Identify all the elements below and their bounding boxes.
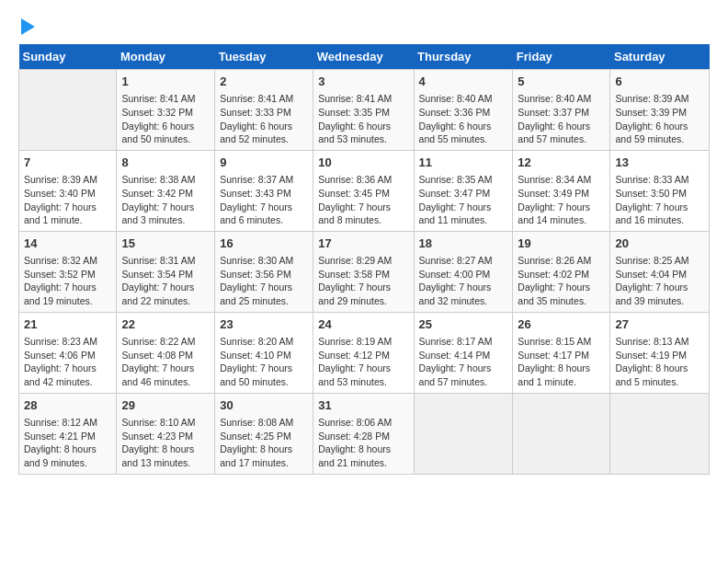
calendar-cell: 26Sunrise: 8:15 AM Sunset: 4:17 PM Dayli…: [513, 312, 610, 393]
weekday-header-row: SundayMondayTuesdayWednesdayThursdayFrid…: [19, 44, 710, 70]
calendar-cell: 2Sunrise: 8:41 AM Sunset: 3:33 PM Daylig…: [215, 70, 313, 151]
calendar-cell: 19Sunrise: 8:26 AM Sunset: 4:02 PM Dayli…: [513, 231, 610, 312]
weekday-header-monday: Monday: [117, 44, 215, 70]
day-info: Sunrise: 8:20 AM Sunset: 4:10 PM Dayligh…: [220, 335, 308, 389]
day-info: Sunrise: 8:35 AM Sunset: 3:47 PM Dayligh…: [419, 173, 508, 227]
day-number: 10: [318, 155, 408, 171]
calendar-cell: 16Sunrise: 8:30 AM Sunset: 3:56 PM Dayli…: [215, 231, 313, 312]
day-info: Sunrise: 8:40 AM Sunset: 3:37 PM Dayligh…: [518, 92, 605, 146]
calendar-cell: 22Sunrise: 8:22 AM Sunset: 4:08 PM Dayli…: [117, 312, 215, 393]
calendar-header: SundayMondayTuesdayWednesdayThursdayFrid…: [19, 44, 710, 70]
logo-arrow-icon: [21, 18, 35, 35]
day-number: 5: [518, 74, 605, 90]
calendar-cell: [19, 70, 117, 151]
day-number: 24: [318, 316, 408, 333]
day-number: 7: [24, 155, 111, 171]
day-info: Sunrise: 8:17 AM Sunset: 4:14 PM Dayligh…: [419, 335, 508, 389]
calendar-week-row: 14Sunrise: 8:32 AM Sunset: 3:52 PM Dayli…: [19, 231, 710, 312]
day-info: Sunrise: 8:10 AM Sunset: 4:23 PM Dayligh…: [121, 416, 210, 470]
day-info: Sunrise: 8:29 AM Sunset: 3:58 PM Dayligh…: [318, 254, 408, 308]
calendar-cell: 13Sunrise: 8:33 AM Sunset: 3:50 PM Dayli…: [610, 150, 710, 231]
day-info: Sunrise: 8:41 AM Sunset: 3:33 PM Dayligh…: [220, 92, 308, 146]
calendar-cell: 20Sunrise: 8:25 AM Sunset: 4:04 PM Dayli…: [610, 231, 710, 312]
calendar-week-row: 1Sunrise: 8:41 AM Sunset: 3:32 PM Daylig…: [19, 70, 710, 151]
calendar-cell: 8Sunrise: 8:38 AM Sunset: 3:42 PM Daylig…: [117, 150, 215, 231]
day-info: Sunrise: 8:41 AM Sunset: 3:32 PM Dayligh…: [121, 92, 210, 146]
day-info: Sunrise: 8:19 AM Sunset: 4:12 PM Dayligh…: [318, 335, 408, 389]
day-number: 15: [121, 236, 210, 252]
calendar-cell: [513, 393, 610, 474]
logo: [18, 18, 35, 35]
calendar-cell: 5Sunrise: 8:40 AM Sunset: 3:37 PM Daylig…: [513, 70, 610, 151]
day-number: 31: [318, 397, 408, 414]
calendar-table: SundayMondayTuesdayWednesdayThursdayFrid…: [18, 44, 710, 475]
page-header: [18, 18, 710, 35]
calendar-week-row: 28Sunrise: 8:12 AM Sunset: 4:21 PM Dayli…: [19, 393, 710, 474]
day-info: Sunrise: 8:41 AM Sunset: 3:35 PM Dayligh…: [318, 92, 408, 146]
day-info: Sunrise: 8:15 AM Sunset: 4:17 PM Dayligh…: [518, 335, 605, 389]
calendar-cell: 29Sunrise: 8:10 AM Sunset: 4:23 PM Dayli…: [117, 393, 215, 474]
day-number: 8: [121, 155, 210, 171]
calendar-cell: 21Sunrise: 8:23 AM Sunset: 4:06 PM Dayli…: [19, 312, 117, 393]
weekday-header-thursday: Thursday: [414, 44, 513, 70]
day-number: 14: [24, 236, 111, 252]
day-number: 11: [419, 155, 508, 171]
calendar-cell: 25Sunrise: 8:17 AM Sunset: 4:14 PM Dayli…: [414, 312, 513, 393]
calendar-cell: 14Sunrise: 8:32 AM Sunset: 3:52 PM Dayli…: [19, 231, 117, 312]
day-number: 27: [615, 316, 704, 333]
day-number: 30: [220, 397, 308, 414]
day-number: 19: [518, 236, 605, 252]
day-number: 29: [121, 397, 210, 414]
day-number: 16: [220, 236, 308, 252]
day-info: Sunrise: 8:36 AM Sunset: 3:45 PM Dayligh…: [318, 173, 408, 227]
day-info: Sunrise: 8:25 AM Sunset: 4:04 PM Dayligh…: [615, 254, 704, 308]
day-number: 12: [518, 155, 605, 171]
calendar-cell: 9Sunrise: 8:37 AM Sunset: 3:43 PM Daylig…: [215, 150, 313, 231]
day-number: 20: [615, 236, 704, 252]
calendar-cell: [610, 393, 710, 474]
day-number: 21: [24, 316, 111, 333]
day-number: 25: [419, 316, 508, 333]
day-number: 26: [518, 316, 605, 333]
calendar-cell: 10Sunrise: 8:36 AM Sunset: 3:45 PM Dayli…: [313, 150, 414, 231]
day-info: Sunrise: 8:34 AM Sunset: 3:49 PM Dayligh…: [518, 173, 605, 227]
day-info: Sunrise: 8:26 AM Sunset: 4:02 PM Dayligh…: [518, 254, 605, 308]
day-number: 9: [220, 155, 308, 171]
calendar-cell: 27Sunrise: 8:13 AM Sunset: 4:19 PM Dayli…: [610, 312, 710, 393]
day-number: 13: [615, 155, 704, 171]
day-info: Sunrise: 8:06 AM Sunset: 4:28 PM Dayligh…: [318, 416, 408, 470]
calendar-week-row: 7Sunrise: 8:39 AM Sunset: 3:40 PM Daylig…: [19, 150, 710, 231]
calendar-cell: 23Sunrise: 8:20 AM Sunset: 4:10 PM Dayli…: [215, 312, 313, 393]
calendar-cell: [414, 393, 513, 474]
day-info: Sunrise: 8:38 AM Sunset: 3:42 PM Dayligh…: [121, 173, 210, 227]
day-info: Sunrise: 8:33 AM Sunset: 3:50 PM Dayligh…: [615, 173, 704, 227]
calendar-cell: 15Sunrise: 8:31 AM Sunset: 3:54 PM Dayli…: [117, 231, 215, 312]
day-number: 22: [121, 316, 210, 333]
day-info: Sunrise: 8:22 AM Sunset: 4:08 PM Dayligh…: [121, 335, 210, 389]
day-info: Sunrise: 8:37 AM Sunset: 3:43 PM Dayligh…: [220, 173, 308, 227]
day-info: Sunrise: 8:32 AM Sunset: 3:52 PM Dayligh…: [24, 254, 111, 308]
day-info: Sunrise: 8:12 AM Sunset: 4:21 PM Dayligh…: [24, 416, 111, 470]
day-info: Sunrise: 8:23 AM Sunset: 4:06 PM Dayligh…: [24, 335, 111, 389]
calendar-cell: 12Sunrise: 8:34 AM Sunset: 3:49 PM Dayli…: [513, 150, 610, 231]
calendar-cell: 31Sunrise: 8:06 AM Sunset: 4:28 PM Dayli…: [313, 393, 414, 474]
day-info: Sunrise: 8:08 AM Sunset: 4:25 PM Dayligh…: [220, 416, 308, 470]
weekday-header-saturday: Saturday: [610, 44, 710, 70]
calendar-week-row: 21Sunrise: 8:23 AM Sunset: 4:06 PM Dayli…: [19, 312, 710, 393]
calendar-cell: 11Sunrise: 8:35 AM Sunset: 3:47 PM Dayli…: [414, 150, 513, 231]
day-number: 2: [220, 74, 308, 90]
day-number: 3: [318, 74, 408, 90]
weekday-header-friday: Friday: [513, 44, 610, 70]
weekday-header-wednesday: Wednesday: [313, 44, 414, 70]
weekday-header-sunday: Sunday: [19, 44, 117, 70]
day-number: 28: [24, 397, 111, 414]
calendar-cell: 3Sunrise: 8:41 AM Sunset: 3:35 PM Daylig…: [313, 70, 414, 151]
calendar-cell: 7Sunrise: 8:39 AM Sunset: 3:40 PM Daylig…: [19, 150, 117, 231]
day-number: 6: [615, 74, 704, 90]
calendar-cell: 1Sunrise: 8:41 AM Sunset: 3:32 PM Daylig…: [117, 70, 215, 151]
day-number: 4: [419, 74, 508, 90]
day-info: Sunrise: 8:40 AM Sunset: 3:36 PM Dayligh…: [419, 92, 508, 146]
calendar-cell: 28Sunrise: 8:12 AM Sunset: 4:21 PM Dayli…: [19, 393, 117, 474]
day-info: Sunrise: 8:39 AM Sunset: 3:39 PM Dayligh…: [615, 92, 704, 146]
calendar-cell: 6Sunrise: 8:39 AM Sunset: 3:39 PM Daylig…: [610, 70, 710, 151]
